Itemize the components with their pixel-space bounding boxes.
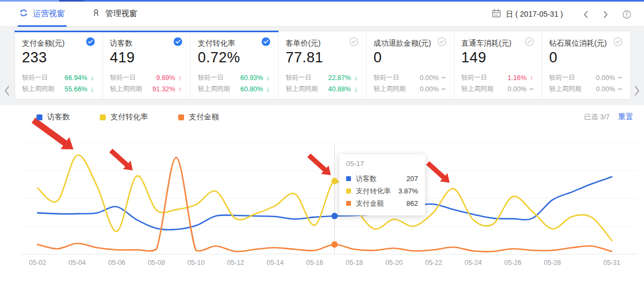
compare-label: 较上周同期 bbox=[462, 84, 508, 93]
legend-swatch bbox=[36, 114, 42, 120]
tooltip-label: 支付转化率 bbox=[356, 186, 398, 196]
trend-flat-icon: − bbox=[617, 74, 623, 82]
compare-label: 较前一日 bbox=[374, 73, 420, 82]
trend-flat-icon: − bbox=[441, 85, 447, 93]
check-circle-outline-icon[interactable] bbox=[437, 37, 447, 48]
date-next-chevron-icon[interactable] bbox=[603, 10, 609, 19]
compare-label: 较上周同期 bbox=[286, 84, 328, 93]
compare-label: 较上周同期 bbox=[197, 84, 240, 93]
hover-dot-2 bbox=[331, 241, 338, 248]
tooltip-value: 862 bbox=[406, 199, 418, 207]
x-axis-label: 05-18 bbox=[346, 259, 363, 266]
metric-compare-row: 较上周同期60.80%↓ bbox=[197, 83, 270, 95]
legend-label: 支付转化率 bbox=[111, 112, 148, 122]
chart-legend: 访客数支付转化率支付金额 bbox=[36, 112, 584, 122]
legend-item-2[interactable]: 支付金额 bbox=[178, 112, 219, 122]
legend-controls: 已选 3/7 重置 bbox=[584, 112, 633, 122]
info-icon[interactable] bbox=[622, 10, 632, 19]
check-circle-outline-icon[interactable] bbox=[613, 37, 623, 48]
check-circle-outline-icon[interactable] bbox=[525, 37, 534, 48]
metric-compare-row: 较前一日60.93%↓ bbox=[197, 72, 270, 83]
legend-swatch bbox=[178, 114, 184, 120]
tab-management-view[interactable]: 管理视窗 bbox=[90, 2, 139, 27]
tooltip-row: 访客数207 bbox=[346, 172, 418, 185]
check-circle-filled-icon[interactable] bbox=[173, 37, 182, 48]
metric-card-5[interactable]: 直通车消耗(元)149较前一日1.16%↑较上周同期0.00%− bbox=[455, 31, 543, 99]
cards-prev-arrow[interactable] bbox=[4, 85, 10, 98]
metric-card-4[interactable]: 成功退款金额(元)0较前一日0.00%−较上周同期0.00%− bbox=[367, 31, 455, 99]
metric-compare-row: 较上周同期91.32%↑ bbox=[110, 83, 183, 95]
x-axis-label: 05-24 bbox=[465, 259, 482, 266]
annotation-arrow-icon bbox=[424, 158, 453, 186]
trend-chart[interactable]: 05-0205-0405-0605-0805-1005-1205-1405-16… bbox=[0, 105, 644, 281]
metric-card-title: 支付金额(元) bbox=[22, 38, 64, 48]
metric-card-1[interactable]: 访客数419较前一日9.69%↑较上周同期91.32%↑ bbox=[103, 31, 191, 99]
trend-down-icon: ↓ bbox=[90, 85, 95, 93]
tooltip-label: 访客数 bbox=[356, 174, 406, 184]
compare-value: 1.16% bbox=[508, 74, 526, 82]
compare-value: 0.00% bbox=[420, 85, 438, 93]
x-axis-label: 05-31 bbox=[603, 259, 620, 266]
metric-card-3[interactable]: 客单价(元)77.81较前一日22.87%↓较上周同期40.88%↓ bbox=[279, 31, 367, 99]
metric-compare-row: 较前一日1.16%↑ bbox=[462, 72, 535, 83]
tooltip-row: 支付转化率3.87% bbox=[346, 185, 418, 197]
metric-card-value: 0 bbox=[374, 49, 447, 66]
compare-label: 较前一日 bbox=[22, 73, 64, 82]
metric-compare-row: 较上周同期55.66%↓ bbox=[22, 83, 95, 95]
reset-link[interactable]: 重置 bbox=[618, 112, 633, 122]
trend-flat-icon: − bbox=[441, 74, 447, 82]
chart-legend-row: 访客数支付转化率支付金额 已选 3/7 重置 bbox=[0, 105, 644, 123]
tab-operations-view[interactable]: 运营视窗 bbox=[18, 2, 67, 27]
tooltip-label: 支付金额 bbox=[356, 199, 406, 208]
trend-down-icon: ↓ bbox=[353, 85, 358, 93]
trend-up-icon: ↑ bbox=[177, 74, 182, 82]
selected-count: 已选 3/7 bbox=[584, 112, 610, 122]
metric-compare-row: 较上周同期0.00%− bbox=[462, 83, 535, 95]
check-circle-outline-icon[interactable] bbox=[349, 37, 358, 48]
date-selector[interactable]: 日 ( 2017-05-31 ) bbox=[506, 10, 563, 19]
tab-label: 管理视窗 bbox=[105, 9, 137, 19]
metric-compare-row: 较上周同期40.88%↓ bbox=[286, 83, 358, 95]
x-axis-label: 05-26 bbox=[504, 259, 522, 266]
x-axis-label: 05-12 bbox=[227, 259, 244, 266]
metric-card-value: 77.81 bbox=[286, 49, 358, 66]
legend-item-1[interactable]: 支付转化率 bbox=[100, 112, 148, 122]
metric-card-6[interactable]: 钻石展位消耗(元)0较前一日0.00%−较上周同期0.00%− bbox=[542, 31, 630, 99]
compare-label: 较上周同期 bbox=[374, 84, 420, 93]
calendar-icon[interactable] bbox=[492, 9, 501, 20]
check-circle-filled-icon[interactable] bbox=[261, 37, 270, 48]
date-controls: 日 ( 2017-05-31 ) bbox=[492, 2, 632, 27]
compare-label: 较前一日 bbox=[286, 73, 328, 82]
x-axis-label: 05-28 bbox=[544, 259, 561, 266]
metric-compare-row: 较前一日9.69%↑ bbox=[110, 72, 183, 83]
cards-next-arrow[interactable] bbox=[634, 85, 640, 98]
compare-value: 0.00% bbox=[596, 85, 615, 93]
legend-item-0[interactable]: 访客数 bbox=[36, 112, 70, 122]
person-icon bbox=[92, 9, 100, 19]
trend-down-icon: ↓ bbox=[90, 74, 95, 82]
compare-label: 较前一日 bbox=[197, 73, 240, 82]
metric-card-2[interactable]: 支付转化率0.72%较前一日60.93%↓较上周同期60.80%↓ bbox=[191, 31, 279, 99]
tooltip-row: 支付金额862 bbox=[346, 197, 418, 210]
date-prev-chevron-icon[interactable] bbox=[583, 10, 589, 19]
compare-value: 0.00% bbox=[596, 74, 615, 82]
tab-label: 运营视窗 bbox=[33, 9, 65, 19]
x-axis-label: 05-06 bbox=[108, 259, 126, 266]
metric-card-title: 钻石展位消耗(元) bbox=[549, 38, 606, 48]
metric-compare-row: 较前一日22.87%↓ bbox=[286, 72, 358, 83]
compare-label: 较前一日 bbox=[462, 73, 508, 82]
metric-card-title: 客单价(元) bbox=[286, 38, 320, 48]
metric-card-0[interactable]: 支付金额(元)233较前一日66.94%↓较上周同期55.66%↓ bbox=[15, 31, 103, 99]
x-axis-label: 05-04 bbox=[69, 259, 86, 266]
compare-label: 较前一日 bbox=[110, 73, 156, 82]
compare-value: 40.88% bbox=[328, 85, 350, 93]
tooltip-swatch bbox=[346, 201, 351, 206]
tooltip-swatch bbox=[346, 189, 351, 193]
sync-icon bbox=[19, 9, 28, 19]
check-circle-filled-icon[interactable] bbox=[86, 37, 95, 48]
x-axis-label: 05-08 bbox=[148, 259, 165, 266]
trend-down-icon: ↓ bbox=[265, 74, 270, 82]
metric-card-value: 233 bbox=[22, 49, 95, 66]
legend-label: 访客数 bbox=[47, 112, 70, 122]
metric-card-value: 419 bbox=[110, 49, 183, 66]
